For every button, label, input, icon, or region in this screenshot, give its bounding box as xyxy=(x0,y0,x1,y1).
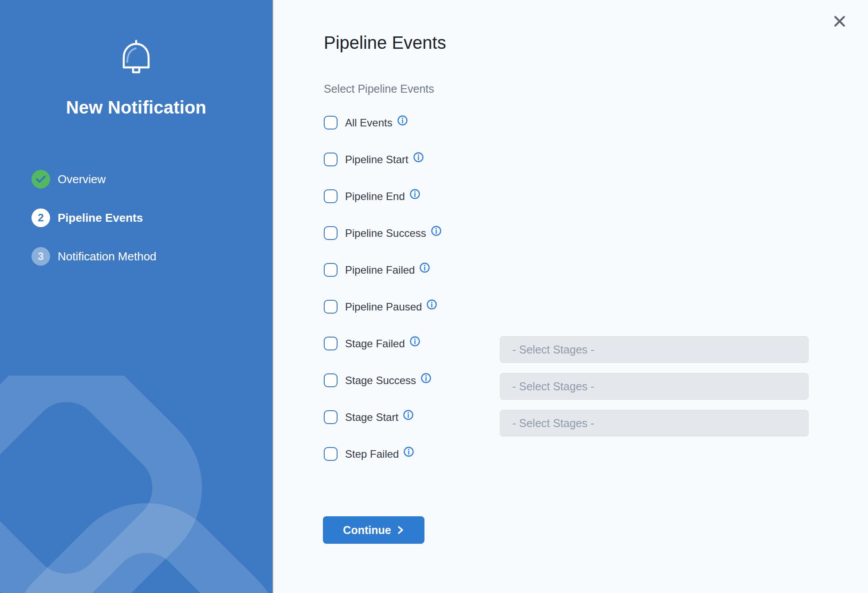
wizard-steps: Overview 2 Pipeline Events 3 Notificatio… xyxy=(0,170,272,266)
panel-subtitle: Select Pipeline Events xyxy=(324,82,868,95)
info-icon[interactable] xyxy=(404,447,414,457)
stage-failed-select[interactable]: - Select Stages - xyxy=(500,336,809,363)
continue-button[interactable]: Continue xyxy=(323,516,424,544)
chevron-right-icon xyxy=(397,525,405,535)
wizard-sidebar: New Notification Overview 2 Pipeline Eve… xyxy=(0,0,273,593)
checkbox-all-events[interactable] xyxy=(324,116,338,130)
event-label: Step Failed xyxy=(345,448,399,460)
brand-watermark-icon xyxy=(0,376,273,593)
event-label: Pipeline Success xyxy=(345,227,426,240)
info-icon[interactable] xyxy=(410,189,420,199)
checkbox-stage-failed[interactable] xyxy=(324,337,338,350)
event-label: Pipeline Paused xyxy=(345,301,422,313)
event-label: Pipeline Failed xyxy=(345,264,415,276)
event-row-pipeline-failed: Pipeline Failed xyxy=(324,263,812,277)
event-row-stage-start: Stage Start - Select Stages - xyxy=(324,410,812,424)
info-icon[interactable] xyxy=(427,299,437,310)
step-overview[interactable]: Overview xyxy=(31,170,272,189)
continue-label: Continue xyxy=(343,524,391,537)
events-list: All Events Pipeline Start Pipeline End xyxy=(324,116,868,461)
event-row-pipeline-start: Pipeline Start xyxy=(324,153,812,166)
event-row-pipeline-end: Pipeline End xyxy=(324,189,812,203)
checkbox-step-failed[interactable] xyxy=(324,447,338,461)
checkbox-pipeline-end[interactable] xyxy=(324,189,338,203)
event-label: Stage Failed xyxy=(345,338,405,350)
step-label: Overview xyxy=(58,173,106,186)
close-button[interactable] xyxy=(831,12,848,30)
event-label: All Events xyxy=(345,117,393,129)
info-icon[interactable] xyxy=(397,115,408,126)
event-label: Pipeline End xyxy=(345,190,405,203)
info-icon[interactable] xyxy=(431,226,441,236)
checkbox-pipeline-start[interactable] xyxy=(324,153,338,166)
info-icon[interactable] xyxy=(421,373,431,383)
event-row-stage-failed: Stage Failed - Select Stages - xyxy=(324,337,812,350)
event-row-step-failed: Step Failed xyxy=(324,447,812,461)
wizard-title: New Notification xyxy=(0,98,272,118)
step-number-badge: 3 xyxy=(31,247,50,266)
event-label: Stage Success xyxy=(345,374,416,387)
info-icon[interactable] xyxy=(420,263,430,273)
checkbox-stage-start[interactable] xyxy=(324,410,338,424)
panel-title: Pipeline Events xyxy=(324,32,868,53)
event-row-pipeline-paused: Pipeline Paused xyxy=(324,300,812,314)
checkbox-pipeline-paused[interactable] xyxy=(324,300,338,314)
stage-start-select[interactable]: - Select Stages - xyxy=(500,410,809,436)
step-notification-method[interactable]: 3 Notification Method xyxy=(31,247,272,266)
checkbox-stage-success[interactable] xyxy=(324,373,338,387)
step-number-badge: 2 xyxy=(31,208,50,227)
step-label: Notification Method xyxy=(58,250,157,263)
stage-success-select[interactable]: - Select Stages - xyxy=(500,373,809,400)
info-icon[interactable] xyxy=(410,336,420,346)
close-icon xyxy=(833,15,846,27)
info-icon[interactable] xyxy=(403,410,413,420)
step-label: Pipeline Events xyxy=(58,211,143,225)
bell-icon xyxy=(119,39,153,76)
event-row-stage-success: Stage Success - Select Stages - xyxy=(324,373,812,387)
event-row-all-events: All Events xyxy=(324,116,812,130)
event-row-pipeline-success: Pipeline Success xyxy=(324,226,812,240)
pipeline-events-panel: Pipeline Events Select Pipeline Events A… xyxy=(273,0,868,593)
step-pipeline-events[interactable]: 2 Pipeline Events xyxy=(31,208,272,227)
checkbox-pipeline-failed[interactable] xyxy=(324,263,338,277)
step-complete-badge xyxy=(31,170,50,189)
checkbox-pipeline-success[interactable] xyxy=(324,226,338,240)
event-label: Stage Start xyxy=(345,411,398,424)
info-icon[interactable] xyxy=(413,152,424,162)
check-icon xyxy=(36,175,46,183)
event-label: Pipeline Start xyxy=(345,153,408,166)
